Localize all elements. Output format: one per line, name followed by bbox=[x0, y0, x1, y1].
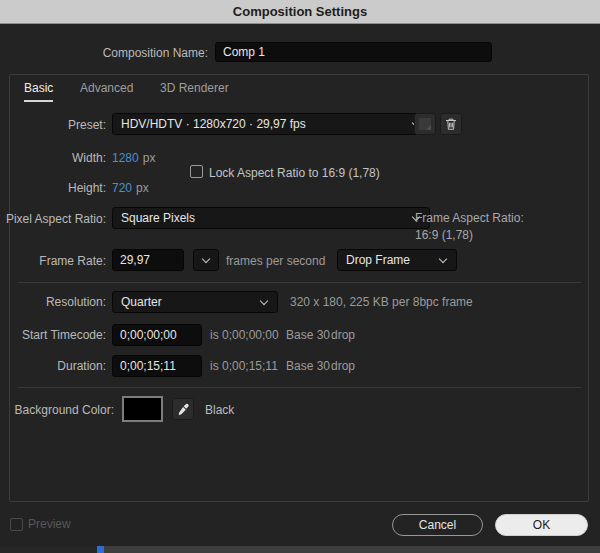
composition-name-label: Composition Name: bbox=[58, 46, 208, 60]
eyedropper-button[interactable] bbox=[172, 398, 194, 420]
cancel-button[interactable]: Cancel bbox=[392, 514, 483, 536]
width-label: Width: bbox=[0, 151, 106, 165]
start-timecode-drop-text: drop bbox=[331, 328, 355, 342]
eyedropper-icon bbox=[177, 403, 190, 416]
preset-dropdown-value: HDV/HDTV · 1280x720 · 29,97 fps bbox=[121, 117, 306, 131]
duration-input[interactable] bbox=[112, 355, 202, 377]
cancel-button-label: Cancel bbox=[419, 518, 456, 532]
height-value[interactable]: 720 bbox=[112, 181, 132, 195]
pixel-aspect-ratio-label: Pixel Aspect Ratio: bbox=[0, 212, 106, 226]
tab-3d-renderer-label: 3D Renderer bbox=[160, 81, 229, 95]
tab-advanced[interactable]: Advanced bbox=[80, 81, 133, 100]
tab-3d-renderer[interactable]: 3D Renderer bbox=[160, 81, 229, 100]
lock-aspect-checkbox[interactable] bbox=[190, 165, 203, 178]
duration-is-text: is 0;00;15;11 bbox=[210, 359, 278, 373]
tab-basic[interactable]: Basic bbox=[24, 81, 53, 102]
background-color-label: Background Color: bbox=[0, 403, 114, 417]
frame-rate-input[interactable] bbox=[112, 249, 184, 271]
ok-button-label: OK bbox=[533, 518, 550, 532]
dialog-title-bar[interactable]: Composition Settings bbox=[0, 0, 600, 24]
composition-settings-dialog: Composition Settings Composition Name: B… bbox=[0, 0, 600, 553]
width-value[interactable]: 1280 bbox=[112, 151, 139, 165]
duration-base-text: Base 30 bbox=[286, 359, 330, 373]
frame-rate-suffix: frames per second bbox=[226, 254, 325, 268]
background-app-timeline bbox=[104, 546, 600, 553]
frame-aspect-ratio-label: Frame Aspect Ratio: bbox=[415, 211, 524, 225]
background-color-name: Black bbox=[205, 403, 234, 417]
settings-panel bbox=[9, 74, 589, 502]
start-timecode-base-text: Base 30 bbox=[286, 328, 330, 342]
resolution-info: 320 x 180, 225 KB per 8bpc frame bbox=[290, 295, 473, 309]
lock-aspect-label: Lock Aspect Ratio to 16:9 (1,78) bbox=[209, 166, 380, 180]
divider bbox=[18, 282, 581, 283]
tab-basic-label: Basic bbox=[24, 81, 53, 95]
trash-icon bbox=[444, 117, 458, 131]
start-timecode-label: Start Timecode: bbox=[0, 328, 106, 342]
frame-rate-preset-button[interactable] bbox=[193, 249, 219, 271]
duration-drop-text: drop bbox=[331, 359, 355, 373]
divider bbox=[18, 387, 581, 388]
start-timecode-is-text: is 0;00;00;00 bbox=[210, 328, 279, 342]
chevron-down-icon bbox=[201, 255, 211, 265]
preview-checkbox[interactable] bbox=[10, 518, 23, 531]
tab-advanced-label: Advanced bbox=[80, 81, 133, 95]
pixel-aspect-ratio-value: Square Pixels bbox=[121, 211, 195, 225]
resolution-label: Resolution: bbox=[0, 295, 106, 309]
timeline-marker bbox=[97, 546, 104, 553]
chevron-down-icon bbox=[259, 297, 269, 307]
preview-label: Preview bbox=[28, 517, 71, 531]
save-preset-icon bbox=[418, 117, 432, 131]
resolution-dropdown[interactable]: Quarter bbox=[112, 291, 278, 313]
save-preset-button[interactable] bbox=[414, 113, 436, 135]
chevron-down-icon bbox=[438, 255, 448, 265]
pixel-aspect-ratio-dropdown[interactable]: Square Pixels bbox=[112, 207, 430, 229]
background-color-swatch[interactable] bbox=[122, 396, 163, 422]
height-value-row: 720 px bbox=[112, 181, 149, 195]
duration-label: Duration: bbox=[0, 359, 106, 373]
ok-button[interactable]: OK bbox=[495, 514, 588, 536]
height-unit: px bbox=[136, 181, 149, 195]
width-unit: px bbox=[143, 151, 156, 165]
frame-aspect-ratio-value: 16:9 (1,78) bbox=[415, 228, 473, 242]
timebase-dropdown[interactable]: Drop Frame bbox=[337, 249, 457, 271]
width-value-row: 1280 px bbox=[112, 151, 155, 165]
dialog-title: Composition Settings bbox=[233, 4, 367, 19]
preset-dropdown[interactable]: HDV/HDTV · 1280x720 · 29,97 fps bbox=[112, 113, 430, 135]
resolution-value: Quarter bbox=[121, 295, 162, 309]
timebase-value: Drop Frame bbox=[346, 253, 410, 267]
height-label: Height: bbox=[0, 181, 106, 195]
background-app-timeline bbox=[0, 546, 97, 553]
composition-name-input[interactable] bbox=[215, 42, 492, 62]
preset-label: Preset: bbox=[0, 118, 106, 132]
delete-preset-button[interactable] bbox=[440, 113, 462, 135]
frame-rate-label: Frame Rate: bbox=[0, 254, 106, 268]
start-timecode-input[interactable] bbox=[112, 324, 202, 346]
